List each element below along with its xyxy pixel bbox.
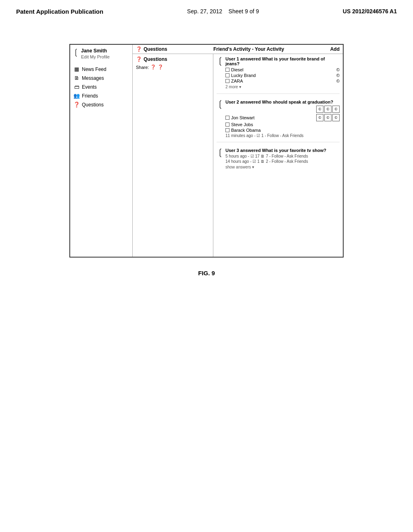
friends-activity-label: Friend's Activity - Your Activity [213, 46, 284, 52]
questions-panel: ❓ Questions Share: ❓ ❓ [133, 54, 213, 257]
user3-header: User 3 answered What is your favorite tv… [225, 148, 340, 153]
activity-item-1: ❲ User 1 answered What is your favorite … [217, 56, 340, 94]
user1-name: User 1 [225, 56, 239, 61]
top-bar-questions: ❓ Questions [136, 46, 167, 52]
checkbox-diesel[interactable] [225, 68, 229, 72]
option-barack: Barack Obama [225, 128, 340, 133]
questions-sidebar-icon: ❓ [73, 102, 80, 108]
more-link-1[interactable]: 2 more ▾ [225, 85, 340, 89]
messages-label: Messages [82, 75, 104, 81]
page-header: Patent Application Publication Sep. 27, … [0, 0, 413, 20]
icon-box-2: © [324, 106, 332, 113]
meta-user3-line1: 5 hours ago - ☑ 17 🗎 7 - Follow - Ask Fr… [225, 154, 340, 158]
checkbox-zara[interactable] [225, 79, 229, 83]
option-jon: Jon Stewart © © © [225, 114, 340, 121]
user3-avatar: ❲ [217, 148, 224, 157]
top-questions-label: Questions [144, 46, 167, 52]
questions-panel-title: Questions [144, 56, 167, 62]
add-button[interactable]: Add [330, 46, 340, 52]
checkbox-steve[interactable] [225, 123, 229, 127]
meta-user3-line2: 14 hours ago - ☑ 1 🗎 2 - Follow - Ask Fr… [225, 159, 340, 164]
right-panel: ❓ Questions Friend's Activity - Your Act… [133, 45, 343, 257]
messages-icon: 🗎 [73, 75, 80, 81]
checkbox-lucky[interactable] [225, 73, 229, 77]
friends-icon: 👥 [73, 93, 80, 99]
option-jon-label: Jon Stewart [231, 115, 254, 120]
checkbox-jon[interactable] [225, 116, 229, 120]
user1-action: answered What is your favorite brand of … [225, 56, 325, 66]
activity-item-2: 910 ❲ User 2 answered Who should speak a… [217, 100, 340, 142]
user2-avatar: ❲ [217, 100, 224, 108]
sidebar-edit-profile[interactable]: Edit My Profile [81, 54, 110, 59]
user2-header: User 2 answered Who should speak at grad… [225, 100, 340, 104]
content-columns: ❓ Questions Share: ❓ ❓ [133, 54, 343, 257]
sidebar-item-events[interactable]: 🗃 Events [73, 83, 130, 90]
top-bar: ❓ Questions Friend's Activity - Your Act… [133, 45, 343, 54]
icon-jon-1: © [316, 114, 323, 121]
share-label: Share: [136, 65, 149, 70]
option-steve: Steve Jobs [225, 122, 340, 127]
option-diesel-label: Diesel [231, 67, 244, 72]
option-diesel: Diesel © [225, 67, 340, 72]
events-label: Events [82, 84, 97, 90]
share-row: Share: ❓ ❓ [136, 64, 210, 70]
publication-title: Patent Application Publication [16, 7, 103, 16]
icon-a: © [336, 67, 340, 72]
user2-action: answered Who should speak at graduation? [240, 100, 333, 104]
publication-date: Sep. 27, 2012 Sheet 9 of 9 [187, 8, 259, 15]
show-answers-link[interactable]: show answers ▾ [225, 165, 340, 169]
user1-avatar: ❲ [217, 56, 224, 65]
option-zara-label: ZARA [231, 79, 243, 83]
icon-jon-2: © [324, 114, 332, 121]
sidebar-username: Jane Smith [81, 48, 110, 54]
news-feed-icon: ▦ [73, 66, 80, 72]
option-steve-label: Steve Jobs [231, 122, 253, 127]
questions-panel-icon: ❓ [136, 56, 142, 62]
friends-label: Friends [82, 93, 98, 99]
question-icon-header: ❓ [158, 64, 163, 70]
events-icon: 🗃 [73, 84, 80, 90]
checkbox-barack[interactable] [225, 128, 229, 132]
sidebar-item-messages[interactable]: 🗎 Messages [73, 75, 130, 81]
sidebar-item-news-feed[interactable]: ▦ News Feed [73, 66, 130, 73]
patent-number: US 2012/0246576 A1 [343, 8, 397, 15]
top-icons-row: © © © [225, 106, 340, 113]
option-lucky-label: Lucky Brand [231, 73, 256, 78]
mockup-container: ❲ Jane Smith Edit My Profile ▦ News Feed… [69, 44, 344, 258]
icon-jon-3: © [332, 114, 340, 121]
user1-header: User 1 answered What is your favorite br… [225, 56, 340, 66]
fig-caption: FIG. 9 [69, 270, 344, 276]
option-barack-label: Barack Obama [231, 128, 261, 133]
activity-feed: ❲ User 1 answered What is your favorite … [213, 54, 343, 257]
sidebar-item-questions[interactable]: ❓ Questions [73, 101, 130, 108]
meta-user2: 11 minutes ago - ☑ 1 - Follow - Ask Frie… [225, 133, 340, 138]
news-feed-label: News Feed [82, 66, 106, 72]
icon-c: © [336, 79, 340, 83]
icon-box-1: © [316, 106, 323, 113]
icon-box-3: © [332, 106, 340, 113]
icon-b: © [336, 73, 340, 78]
activity-item-3: 920 ❲ User 3 answered What is your favor… [217, 148, 340, 172]
option-zara: ZARA © [225, 79, 340, 83]
main-content: ❲ Jane Smith Edit My Profile ▦ News Feed… [0, 20, 413, 276]
user2-name: User 2 [225, 100, 239, 104]
sidebar: ❲ Jane Smith Edit My Profile ▦ News Feed… [70, 45, 133, 257]
share-icon: ❓ [150, 64, 156, 70]
top-questions-icon: ❓ [136, 46, 142, 52]
logo-icon: ❲ [73, 48, 79, 56]
user3-name: User 3 [225, 148, 239, 153]
questions-sidebar-label: Questions [82, 102, 104, 108]
option-lucky: Lucky Brand © [225, 73, 340, 78]
user3-action: answered What is your favorite tv show? [240, 148, 326, 153]
sidebar-item-friends[interactable]: 👥 Friends [73, 92, 130, 99]
questions-panel-header: ❓ Questions [136, 56, 210, 62]
